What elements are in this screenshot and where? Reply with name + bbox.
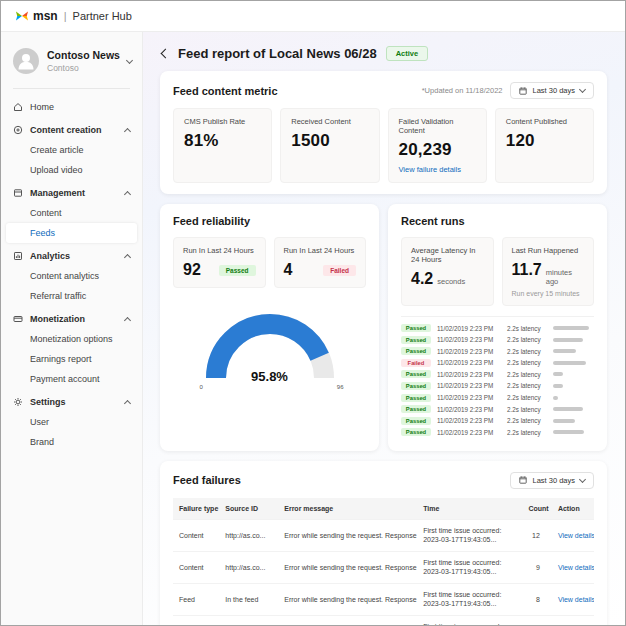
- page-header: Feed report of Local News 06/28 Active: [162, 46, 607, 61]
- sidebar-item-label: Monetization: [30, 314, 118, 324]
- run-time: 11/02/2019 2:23 PM: [437, 359, 501, 366]
- col-time: Time: [417, 498, 522, 520]
- archive-icon: [13, 188, 23, 198]
- chevron-up-icon: [124, 399, 131, 406]
- plus-circle-icon: [13, 125, 23, 135]
- sidebar-section-monetization[interactable]: Monetization: [1, 309, 142, 329]
- sidebar-item-label: Management: [30, 188, 118, 198]
- table-row: Feed In the feed Error while sending the…: [173, 583, 594, 615]
- sidebar-item-content-analytics[interactable]: Content analytics: [1, 266, 142, 286]
- run-latency: 2.2s latency: [507, 394, 547, 401]
- sidebar-item-payment-account[interactable]: Payment account: [1, 369, 142, 389]
- runs-failed-tile: Run In Last 24 Hours 4 Failed: [274, 237, 367, 288]
- col-source-id: Source ID: [219, 498, 278, 520]
- account-switcher[interactable]: Contoso News Contoso: [1, 40, 142, 84]
- average-latency-tile: Average Latency In 24 Hours 4.2 seconds: [401, 237, 494, 306]
- failure-type: Feed: [173, 615, 219, 626]
- sidebar-item-content[interactable]: Content: [1, 203, 142, 223]
- run-status-badge: Passed: [401, 336, 431, 344]
- sidebar-item-upload-video[interactable]: Upload video: [1, 160, 142, 180]
- view-failure-details-link[interactable]: View failure details: [399, 165, 476, 174]
- card-title: Feed reliability: [173, 215, 250, 227]
- col-count: Count: [522, 498, 551, 520]
- sidebar-item-feeds[interactable]: Feeds: [6, 223, 137, 243]
- sidebar-section-settings[interactable]: Settings: [1, 392, 142, 412]
- failures-table: Failure type Source ID Error message Tim…: [173, 498, 594, 626]
- error-message: Error while sending the request. Respons…: [278, 615, 417, 626]
- run-latency: 2.2s latency: [507, 371, 547, 378]
- run-row: Passed 11/02/2019 2:23 PM 2.2s latency: [401, 370, 594, 378]
- gauge-max-label: 96: [337, 384, 344, 390]
- sidebar-item-home[interactable]: Home: [1, 97, 142, 117]
- card-title: Feed content metric: [173, 85, 278, 97]
- sidebar-nav: Home Content creation Create article Upl…: [1, 97, 142, 452]
- failures-date-range-dropdown[interactable]: Last 30 days: [510, 472, 594, 489]
- table-row: Content http://as.co... Error while send…: [173, 519, 594, 551]
- run-bar: [553, 372, 563, 376]
- calendar-icon: [519, 87, 527, 95]
- feed-failures-card: Feed failures Last 30 days Failure type …: [160, 461, 607, 626]
- error-message: Error while sending the request. Respons…: [278, 519, 417, 551]
- col-error-message: Error message: [278, 498, 417, 520]
- top-bar: msn | Partner Hub: [1, 1, 625, 32]
- main-content: Feed report of Local News 06/28 Active F…: [143, 32, 625, 626]
- last-run-tile: Last Run Happened 11.7 minutes ago Run e…: [502, 237, 595, 306]
- tile-label: Run In Last 24 Hours: [284, 246, 357, 255]
- view-details-link[interactable]: View details: [558, 532, 594, 539]
- run-time: 11/02/2019 2:23 PM: [437, 406, 501, 413]
- page-title: Feed report of Local News 06/28: [178, 46, 377, 61]
- run-status-badge: Passed: [401, 417, 431, 425]
- run-row: Passed 11/02/2019 2:23 PM 2.2s latency: [401, 336, 594, 344]
- sidebar-item-earnings-report[interactable]: Earnings report: [1, 349, 142, 369]
- metric-label: Failed Validation Content: [399, 117, 476, 135]
- source-id: http://as.co...: [219, 551, 278, 583]
- time: First time issue occurred:2023-03-17T19:…: [417, 615, 522, 626]
- msn-logo[interactable]: msn | Partner Hub: [15, 9, 132, 23]
- chevron-up-icon: [124, 127, 131, 134]
- sidebar-section-content-creation[interactable]: Content creation: [1, 120, 142, 140]
- view-details-link[interactable]: View details: [558, 596, 594, 603]
- sidebar-section-analytics[interactable]: Analytics: [1, 246, 142, 266]
- chevron-down-icon: [126, 56, 133, 63]
- run-latency: 2.2s latency: [507, 325, 547, 332]
- failure-type: Content: [173, 519, 219, 551]
- run-time: 11/02/2019 2:23 PM: [437, 417, 501, 424]
- run-time: 11/02/2019 2:23 PM: [437, 394, 501, 401]
- date-range-dropdown[interactable]: Last 30 days: [510, 82, 594, 99]
- run-time: 11/02/2019 2:23 PM: [437, 348, 501, 355]
- date-range-label: Last 30 days: [532, 476, 575, 485]
- tile-label: Average Latency In 24 Hours: [411, 246, 484, 264]
- runs-passed-tile: Run In Last 24 Hours 92 Passed: [173, 237, 266, 288]
- account-name: Contoso News: [47, 49, 119, 61]
- sidebar-item-create-article[interactable]: Create article: [1, 140, 142, 160]
- failure-type: Feed: [173, 583, 219, 615]
- status-badge: Active: [386, 46, 429, 61]
- count: 8: [522, 583, 551, 615]
- brand-separator: |: [64, 10, 67, 22]
- sidebar-item-label: User: [30, 417, 130, 427]
- sidebar-item-label: Monetization options: [30, 334, 130, 344]
- account-subtitle: Contoso: [47, 63, 119, 73]
- time: First time issue occurred:2023-03-17T19:…: [417, 583, 522, 615]
- back-button[interactable]: [161, 49, 171, 59]
- sidebar-item-monetization-options[interactable]: Monetization options: [1, 329, 142, 349]
- metric-value: 120: [506, 131, 583, 151]
- view-details-link[interactable]: View details: [558, 564, 594, 571]
- tile-value: 92: [183, 261, 201, 279]
- table-row: Feed In the feed Error while sending the…: [173, 615, 594, 626]
- metric-label: Received Content: [291, 117, 368, 126]
- chevron-down-icon: [579, 476, 586, 483]
- tile-unit: minutes ago: [546, 268, 584, 286]
- sidebar-section-management[interactable]: Management: [1, 183, 142, 203]
- sidebar-item-label: Analytics: [30, 251, 118, 261]
- run-latency: 2.2s latency: [507, 348, 547, 355]
- error-message: Error while sending the request. Respons…: [278, 583, 417, 615]
- metric-label: Content Published: [506, 117, 583, 126]
- run-row: Passed 11/02/2019 2:23 PM 2.2s latency: [401, 394, 594, 402]
- sidebar-item-user[interactable]: User: [1, 412, 142, 432]
- table-header-row: Failure type Source ID Error message Tim…: [173, 498, 594, 520]
- sidebar-item-label: Payment account: [30, 374, 130, 384]
- sidebar-item-brand[interactable]: Brand: [1, 432, 142, 452]
- sidebar-item-referral-traffic[interactable]: Referral traffic: [1, 286, 142, 306]
- run-time: 11/02/2019 2:23 PM: [437, 325, 501, 332]
